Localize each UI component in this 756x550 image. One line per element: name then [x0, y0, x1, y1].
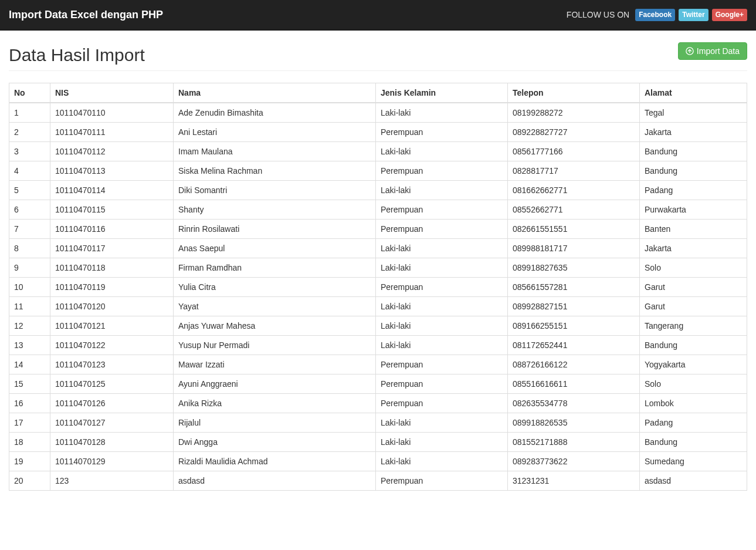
header-nis: NIS: [50, 83, 174, 103]
facebook-link[interactable]: Facebook: [635, 9, 675, 21]
cell-alamat: Solo: [640, 374, 747, 394]
cell-jk: Perempuan: [376, 278, 508, 297]
cell-no: 15: [9, 374, 50, 394]
cell-nis: 10110470122: [50, 336, 174, 355]
cell-nis: 10110470118: [50, 258, 174, 278]
cell-jk: Laki-laki: [376, 316, 508, 336]
cell-nis: 10110470110: [50, 103, 174, 123]
cell-alamat: Tegal: [640, 103, 747, 123]
table-row: 1710110470127RijalulLaki-laki08991882653…: [9, 413, 747, 433]
cell-nis: 10110470126: [50, 394, 174, 413]
cell-telepon: 089988181717: [508, 239, 640, 258]
cell-alamat: Sumedang: [640, 452, 747, 471]
cell-telepon: 082661551551: [508, 220, 640, 239]
cell-telepon: 089918827635: [508, 258, 640, 278]
cell-telepon: 089928827151: [508, 297, 640, 316]
cell-alamat: Solo: [640, 258, 747, 278]
cell-nama: Ayuni Anggraeni: [174, 374, 376, 394]
table-row: 1810110470128Dwi AnggaLaki-laki081552171…: [9, 433, 747, 452]
cell-telepon: 08561777166: [508, 142, 640, 161]
cell-alamat: Garut: [640, 278, 747, 297]
navbar-brand[interactable]: Import Data Excel dengan PHP: [9, 0, 163, 30]
cell-nis: 123: [50, 471, 174, 491]
twitter-link[interactable]: Twitter: [679, 9, 708, 21]
cell-no: 14: [9, 355, 50, 374]
cell-jk: Laki-laki: [376, 142, 508, 161]
cell-telepon: 08552662771: [508, 200, 640, 220]
cell-alamat: Jakarta: [640, 239, 747, 258]
cell-nama: Yayat: [174, 297, 376, 316]
cell-no: 19: [9, 452, 50, 471]
cell-nama: Ade Zenudin Bimashita: [174, 103, 376, 123]
cell-nama: Rinrin Rosilawati: [174, 220, 376, 239]
table-row: 1910114070129Rizaldi Maulidia AchmadLaki…: [9, 452, 747, 471]
cell-alamat: Tangerang: [640, 316, 747, 336]
page-title: Data Hasil Import: [9, 45, 145, 65]
cell-telepon: 082635534778: [508, 394, 640, 413]
main-container: Data Hasil Import Import Data No NIS Nam…: [0, 31, 756, 502]
cell-telepon: 081662662771: [508, 181, 640, 200]
header-no: No: [9, 83, 50, 103]
cell-jk: Perempuan: [376, 355, 508, 374]
cell-nis: 10110470127: [50, 413, 174, 433]
import-data-button[interactable]: Import Data: [678, 42, 747, 60]
cell-jk: Perempuan: [376, 161, 508, 181]
header-jk: Jenis Kelamin: [376, 83, 508, 103]
cell-nama: asdasd: [174, 471, 376, 491]
cell-telepon: 085516616611: [508, 374, 640, 394]
cell-nama: Rizaldi Maulidia Achmad: [174, 452, 376, 471]
cell-nis: 10110470123: [50, 355, 174, 374]
table-row: 1010110470119Yulia CitraPerempuan0856615…: [9, 278, 747, 297]
cell-telepon: 089283773622: [508, 452, 640, 471]
cell-telepon: 089228827727: [508, 123, 640, 142]
cell-telepon: 089166255151: [508, 316, 640, 336]
cell-nama: Yulia Citra: [174, 278, 376, 297]
cell-alamat: Bandung: [640, 161, 747, 181]
cell-jk: Laki-laki: [376, 297, 508, 316]
table-row: 810110470117Anas SaepulLaki-laki08998818…: [9, 239, 747, 258]
table-row: 1610110470126Anika RizkaPerempuan0826355…: [9, 394, 747, 413]
cell-jk: Laki-laki: [376, 258, 508, 278]
cell-no: 20: [9, 471, 50, 491]
table-row: 110110470110Ade Zenudin BimashitaLaki-la…: [9, 103, 747, 123]
cell-jk: Perempuan: [376, 220, 508, 239]
cell-nama: Anas Saepul: [174, 239, 376, 258]
table-row: 910110470118Firman RamdhanLaki-laki08991…: [9, 258, 747, 278]
cell-nis: 10110470115: [50, 200, 174, 220]
cell-telepon: 081172652441: [508, 336, 640, 355]
cell-nama: Ani Lestari: [174, 123, 376, 142]
cell-alamat: Yogyakarta: [640, 355, 747, 374]
cell-jk: Laki-laki: [376, 103, 508, 123]
cell-no: 7: [9, 220, 50, 239]
cell-nama: Siska Melina Rachman: [174, 161, 376, 181]
cell-nama: Shanty: [174, 200, 376, 220]
follow-us-text: FOLLOW US ON: [567, 10, 629, 19]
cell-alamat: Bandung: [640, 336, 747, 355]
cell-nis: 10110470117: [50, 239, 174, 258]
cell-nama: Diki Somantri: [174, 181, 376, 200]
table-row: 1410110470123Mawar IzzatiPerempuan088726…: [9, 355, 747, 374]
cell-no: 13: [9, 336, 50, 355]
cell-nis: 10110470120: [50, 297, 174, 316]
cell-jk: Perempuan: [376, 394, 508, 413]
cell-no: 8: [9, 239, 50, 258]
cell-telepon: 0828817717: [508, 161, 640, 181]
table-header-row: No NIS Nama Jenis Kelamin Telepon Alamat: [9, 83, 747, 103]
cell-alamat: Jakarta: [640, 123, 747, 142]
cell-nis: 10110470116: [50, 220, 174, 239]
cell-telepon: 08199288272: [508, 103, 640, 123]
table-row: 310110470112Imam MaulanaLaki-laki0856177…: [9, 142, 747, 161]
cell-nis: 10110470128: [50, 433, 174, 452]
cell-no: 16: [9, 394, 50, 413]
cell-no: 6: [9, 200, 50, 220]
cell-jk: Laki-laki: [376, 239, 508, 258]
cell-jk: Laki-laki: [376, 181, 508, 200]
google-link[interactable]: Google+: [712, 9, 747, 21]
cell-jk: Perempuan: [376, 200, 508, 220]
cell-nama: Firman Ramdhan: [174, 258, 376, 278]
navbar: Import Data Excel dengan PHP FOLLOW US O…: [0, 0, 756, 31]
cell-telepon: 31231231: [508, 471, 640, 491]
cell-no: 5: [9, 181, 50, 200]
cell-nis: 10114070129: [50, 452, 174, 471]
cell-no: 4: [9, 161, 50, 181]
